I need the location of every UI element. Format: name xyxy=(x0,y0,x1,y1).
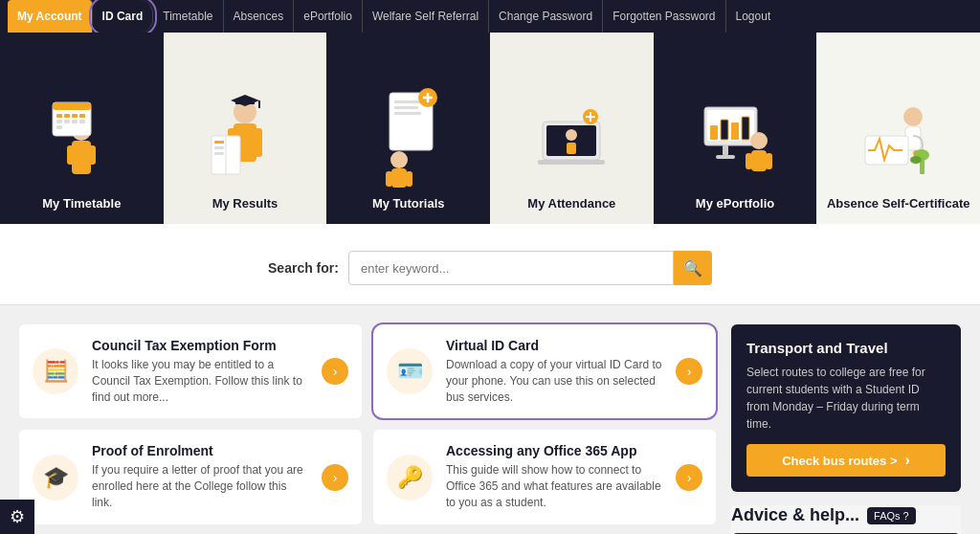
absence-illustration xyxy=(856,83,942,189)
card-virtual-id-content: Virtual ID Card Download a copy of your … xyxy=(446,338,662,405)
nav-item-absences[interactable]: Absences xyxy=(224,0,295,33)
card-proof-enrolment-arrow[interactable]: › xyxy=(322,464,348,491)
nav-item-my-account[interactable]: My Account xyxy=(8,0,93,33)
svg-rect-52 xyxy=(723,145,728,155)
tutorials-illustration xyxy=(366,83,452,189)
eportfolio-illustration xyxy=(692,83,778,189)
attendance-illustration xyxy=(528,83,614,189)
card-office365-arrow[interactable]: › xyxy=(676,464,702,491)
svg-rect-13 xyxy=(79,120,85,123)
search-button[interactable]: 🔍 xyxy=(674,251,712,285)
virtual-id-icon: 🪪 xyxy=(387,348,433,394)
timetable-illustration xyxy=(38,83,124,189)
faq-label: FAQs xyxy=(874,510,901,522)
main-content: 🧮 Council Tax Exemption Form It looks li… xyxy=(0,305,980,534)
results-illustration xyxy=(202,83,288,189)
tile-absence[interactable]: Absence Self-Certificate xyxy=(816,33,980,224)
tile-absence-label: Absence Self-Certificate xyxy=(827,196,970,211)
tile-attendance-label: My Attendance xyxy=(527,196,615,211)
proof-enrolment-icon: 🎓 xyxy=(33,455,78,501)
sidebar-transport-card: Transport and Travel Select routes to co… xyxy=(731,324,961,492)
svg-point-58 xyxy=(903,107,923,126)
svg-rect-53 xyxy=(716,155,735,159)
svg-point-64 xyxy=(910,156,922,164)
sidebar-column: Transport and Travel Select routes to co… xyxy=(731,324,961,534)
faq-badge[interactable]: FAQs ? xyxy=(867,507,916,524)
svg-rect-57 xyxy=(766,153,772,169)
card-virtual-id[interactable]: 🪪 Virtual ID Card Download a copy of you… xyxy=(373,324,716,418)
search-section: Search for: 🔍 xyxy=(0,224,980,305)
svg-rect-7 xyxy=(64,114,70,118)
gear-icon: ⚙ xyxy=(10,506,25,527)
card-proof-enrolment-title: Proof of Enrolment xyxy=(92,443,308,458)
bus-routes-arrow-icon: › xyxy=(904,452,909,469)
search-label: Search for: xyxy=(268,260,339,276)
nav-item-welfare[interactable]: Welfare Self Referral xyxy=(363,0,489,33)
nav-item-eportfolio[interactable]: ePortfolio xyxy=(294,0,363,33)
tile-tutorials-label: My Tutorials xyxy=(372,196,445,211)
card-office365-desc: This guide will show how to connect to O… xyxy=(446,462,662,510)
card-council-tax-title: Council Tax Exemption Form xyxy=(92,338,308,353)
svg-rect-35 xyxy=(391,168,407,188)
svg-point-34 xyxy=(390,151,408,168)
cards-column: 🧮 Council Tax Exemption Form It looks li… xyxy=(19,324,716,534)
nav-item-id-card[interactable]: ID Card xyxy=(93,0,154,33)
svg-point-41 xyxy=(566,129,577,141)
svg-rect-36 xyxy=(386,171,392,187)
tile-timetable[interactable]: My Timetable xyxy=(0,33,164,224)
svg-rect-55 xyxy=(751,150,767,171)
svg-rect-9 xyxy=(79,114,85,118)
svg-rect-40 xyxy=(538,160,605,165)
card-council-tax[interactable]: 🧮 Council Tax Exemption Form It looks li… xyxy=(19,324,362,418)
svg-rect-11 xyxy=(64,120,70,123)
card-virtual-id-arrow[interactable]: › xyxy=(676,358,702,385)
card-proof-enrolment-desc: If you require a letter of proof that yo… xyxy=(92,462,308,510)
card-council-tax-arrow[interactable]: › xyxy=(322,358,348,385)
navigation-bar: My Account ID Card Timetable Absences eP… xyxy=(0,0,980,33)
card-proof-enrolment[interactable]: 🎓 Proof of Enrolment If you require a le… xyxy=(19,430,362,523)
advice-title: Advice & help... xyxy=(731,505,859,525)
svg-rect-30 xyxy=(394,112,421,115)
hero-tiles-section: My Timetable My Results xyxy=(0,33,980,224)
check-bus-routes-label: Check bus routes > xyxy=(782,454,897,468)
search-input[interactable] xyxy=(348,251,674,285)
card-office365[interactable]: 🔑 Accessing any Office 365 App This guid… xyxy=(373,430,716,523)
svg-rect-51 xyxy=(742,117,749,140)
tile-timetable-label: My Timetable xyxy=(42,196,121,211)
svg-rect-10 xyxy=(56,120,62,123)
svg-rect-49 xyxy=(721,120,728,140)
settings-gear-button[interactable]: ⚙ xyxy=(0,500,34,534)
svg-rect-6 xyxy=(56,114,62,118)
card-virtual-id-desc: Download a copy of your virtual ID Card … xyxy=(446,357,662,405)
svg-marker-17 xyxy=(231,95,259,106)
svg-rect-21 xyxy=(255,128,262,157)
tile-tutorials[interactable]: My Tutorials xyxy=(326,33,490,224)
card-office365-title: Accessing any Office 365 App xyxy=(446,443,662,458)
tile-eportfolio[interactable]: My ePortfolio xyxy=(654,33,817,224)
svg-rect-50 xyxy=(731,122,739,140)
svg-rect-37 xyxy=(406,171,412,187)
nav-item-forgotten-password[interactable]: Forgotten Password xyxy=(603,0,725,33)
svg-rect-28 xyxy=(394,100,423,103)
card-council-tax-content: Council Tax Exemption Form It looks like… xyxy=(92,338,308,405)
card-proof-enrolment-content: Proof of Enrolment If you require a lett… xyxy=(92,443,308,510)
svg-rect-14 xyxy=(56,125,62,129)
tile-results-label: My Results xyxy=(212,196,278,211)
tile-results[interactable]: My Results xyxy=(164,33,327,224)
svg-rect-25 xyxy=(214,146,224,149)
office365-icon: 🔑 xyxy=(387,455,433,501)
nav-item-timetable[interactable]: Timetable xyxy=(153,0,223,33)
check-bus-routes-button[interactable]: Check bus routes > › xyxy=(746,444,946,477)
nav-item-change-password[interactable]: Change Password xyxy=(489,0,603,33)
faq-question-icon: ? xyxy=(903,510,909,522)
nav-item-logout[interactable]: Logout xyxy=(726,0,781,33)
card-office365-content: Accessing any Office 365 App This guide … xyxy=(446,443,662,510)
svg-rect-5 xyxy=(53,102,91,110)
sidebar-transport-title: Transport and Travel xyxy=(746,340,946,356)
sidebar-transport-desc: Select routes to college are free for cu… xyxy=(746,364,946,433)
svg-rect-3 xyxy=(88,145,96,165)
search-icon: 🔍 xyxy=(683,259,702,278)
tile-attendance[interactable]: My Attendance xyxy=(490,33,654,224)
council-tax-icon: 🧮 xyxy=(33,348,78,394)
card-council-tax-desc: It looks like you may be entitled to a C… xyxy=(92,357,308,405)
